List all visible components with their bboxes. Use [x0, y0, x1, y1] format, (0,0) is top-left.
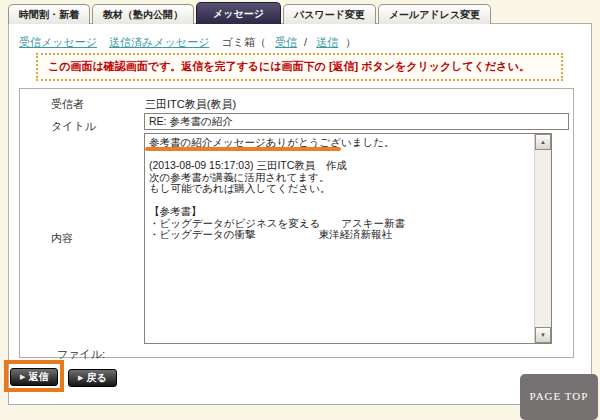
link-received-messages[interactable]: 受信メッセージ: [19, 36, 97, 48]
recipient-value: 三田ITC教員(教員): [145, 97, 236, 112]
confirmation-notice: この画面は確認画面です。返信を完了するには画面下の [返信] ボタンをクリックし…: [36, 53, 563, 81]
link-sent-messages[interactable]: 送信済みメッセージ: [109, 36, 209, 48]
tab-password-change[interactable]: パスワード変更: [283, 4, 376, 24]
reply-form: 受信者 三田ITC教員(教員) タイトル 内容 参考書の紹介メッセージありがとう…: [19, 88, 574, 358]
trash-label-prefix: ゴミ箱（: [221, 36, 266, 48]
title-input[interactable]: [144, 113, 569, 130]
link-trash-received[interactable]: 受信: [275, 36, 297, 48]
back-button[interactable]: ▶戻る: [68, 369, 117, 387]
content-label: 内容: [51, 231, 73, 246]
tab-email-change[interactable]: メールアドレス変更: [378, 4, 491, 24]
tab-timetable-new[interactable]: 時間割・新着: [8, 4, 90, 24]
trash-label-suffix: ）: [345, 36, 356, 48]
message-body-textarea[interactable]: 参考書の紹介メッセージありがとうございました。 (2013-08-09 15:1…: [144, 133, 552, 344]
message-nav: 受信メッセージ 送信済みメッセージ ゴミ箱（ 受信 / 送信 ）: [19, 35, 358, 50]
scroll-up-icon[interactable]: ▲: [535, 134, 551, 150]
back-button-label: 戻る: [86, 372, 106, 383]
arrow-icon: ▶: [20, 373, 25, 380]
app-screen: 時間割・新着 教材（塾内公開） メッセージ パスワード変更 メールアドレス変更 …: [0, 0, 600, 420]
annotation-underline: [145, 147, 341, 151]
tab-materials[interactable]: 教材（塾内公開）: [92, 4, 194, 24]
link-trash-sent[interactable]: 送信: [316, 36, 338, 48]
textarea-scrollbar[interactable]: ▲ ▼: [534, 134, 551, 343]
content-panel: 受信メッセージ 送信済みメッセージ ゴミ箱（ 受信 / 送信 ） この画面は確認…: [8, 23, 592, 405]
reply-button[interactable]: ▶返信: [10, 368, 58, 386]
reply-button-label: 返信: [28, 371, 48, 382]
tab-bar: 時間割・新着 教材（塾内公開） メッセージ パスワード変更 メールアドレス変更: [8, 2, 491, 24]
message-body-text: 参考書の紹介メッセージありがとうございました。 (2013-08-09 15:1…: [149, 137, 531, 241]
scroll-down-icon[interactable]: ▼: [535, 327, 551, 343]
trash-separator: /: [304, 36, 307, 48]
recipient-label: 受信者: [51, 97, 84, 112]
annotation-highlight-box: ▶返信: [4, 360, 64, 392]
tab-messages[interactable]: メッセージ: [196, 2, 281, 24]
title-label: タイトル: [51, 119, 96, 134]
arrow-icon: ▶: [78, 374, 83, 381]
page-top-button[interactable]: PAGE TOP: [520, 374, 598, 420]
